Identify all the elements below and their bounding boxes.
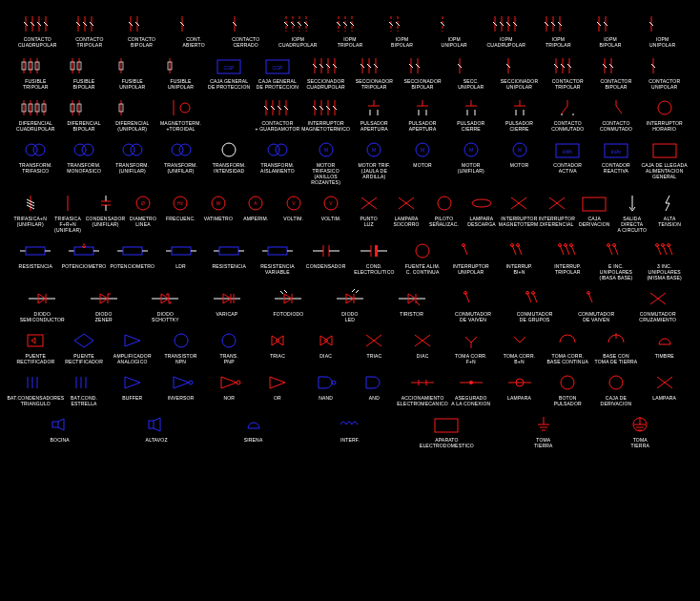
symbol-label: MOTOR (UNIFILAR) [458,162,484,174]
accionamiento-electromecanico-icon [400,372,446,393]
symbol-label: AMPLIFICADOR ANALOGICO [113,353,152,364]
seccionador-tripolar-icon [351,55,398,76]
transistor-npn: TRANSISTOR NPN [156,328,205,366]
caja-derivacion-2: CAJA DE DERIVACION [592,370,641,408]
alta-tension: ALTA TENSION [650,191,688,235]
transform-unifilar-2: TRANSFORM. (UNIFILAR) [156,137,205,187]
transform-unifilar-2-icon [157,139,204,160]
symbol-label: TRANSFORM. MONOFASICO [67,162,101,174]
fusible-unipolar-2: FUSIBLE UNIPOLAR [156,53,205,92]
bat-cond-triangulo: BAT.CONDENSADORES TRIANGULO [11,370,60,408]
svg-point-222 [472,199,491,207]
svg-point-336 [561,376,574,389]
e-inc-unipolares-ibasa-icon [593,240,640,261]
symbol-label: FUSIBLE BIPOLAR [73,78,95,90]
fotodiodo-icon [258,288,319,309]
caja-general-de-proteccion: CGPCAJA GENERAL DE PROTECCION [205,53,254,92]
symbol-label: FUSIBLE UNIPOLAR [168,78,194,90]
svg-text:M: M [517,147,521,153]
motor-unifilar: MMOTOR (UNIFILAR) [446,137,495,187]
symbol-label: INTERRUP. BI+N [505,263,532,275]
contacto-conmutado-2-icon [593,97,640,118]
symbol-label: TIMBRE [655,353,674,359]
piloto-senalizac-icon [426,193,462,214]
condensador-unifilar: CONDENSADOR (UNIFILAR) [87,191,124,235]
sirena: SIRENA [205,412,301,450]
symbol-row: DIODO SEMICONDUCTORDIODO ZENERDIODO SCHO… [11,286,689,324]
contacto-cerrado: CONTACTO CERRADO [219,11,272,50]
interruptor-unipolar-icon [447,240,494,261]
svg-rect-237 [123,247,142,255]
symbol-label: TRIFASICA+N (UNIFILAR) [13,216,47,227]
conmutador-vaiven-2: CONMUTADOR DE VAIVEN [566,286,628,324]
symbol-label: FUSIBLE UNIPOLAR [119,78,145,90]
seccionador-bipolar-icon [400,55,446,76]
puente-rectificador-2: PUENTE RECTIFICADOR [60,328,109,366]
svg-line-258 [463,245,467,255]
iopm-tripolar-2-icon [533,13,584,34]
svg-rect-195 [653,144,676,157]
asegurado-conexion-icon [447,372,494,393]
diametro-linea-icon: Ø [125,193,160,214]
bat-cond-estrella-icon [61,372,108,393]
lampara-2: LAMPARA [640,370,689,408]
interrup-bipole-icon [496,240,543,261]
symbol-label: SECC. UNIPOLAR [458,78,484,90]
symbol-label: IOPM BIPOLAR [391,36,413,48]
symbol-row: RESISTENCIA width="36" height="20" viewB… [11,238,689,282]
iopm-tripolar-icon [325,13,376,34]
svg-point-129 [180,103,190,113]
contacto-conmutado: CONTACTO CONMUTADO [544,95,592,134]
fusible-unipolar-icon [109,55,155,76]
tiristor-icon [381,288,442,309]
symbol-label: 3 INC. UNIPOLARES (MISMA BASE) [641,263,688,280]
symbol-label: IOPM TRIPOLAR [546,36,571,48]
motor: MMOTOR [399,137,447,187]
bat-cond-estrella: BAT.COND. ESTRELLA [60,370,109,408]
svg-text:CGP: CGP [224,65,236,71]
conmutador-grupos: CONMUTADOR DE GRUPOS [504,286,566,324]
symbol-row: CONTACTO CUADRUPOLARCONTACTO TRIPOLARCON… [11,11,689,50]
symbol-label: TOMA CORR. BASE CONTINUA [547,353,588,364]
symbol-label: CONTADOR REACTIVA [602,162,630,174]
diodo-led: DIODO LED [319,286,381,324]
symbol-label: DIFERENCIAL CUADRUPOLAR [16,120,55,132]
symbol-row: TRANSFORM. TRIFASICOTRANSFORM. MONOFASIC… [11,137,689,187]
seccionador-tripolar: SECCIONADOR TRIPOLAR [350,53,399,92]
piloto-senalizac: PILOTO SEÑALIZAC. [425,191,463,235]
pulsador-cierre: PULSADOR CIERRE [446,95,495,134]
symbol-label: CAJA DERIVACION [579,216,610,227]
symbol-label: POTENCIOMETRO [110,263,154,269]
contador-activa-icon: kWh [545,139,591,160]
inversor: INVERSOR [156,370,205,408]
svg-point-337 [609,376,623,389]
caja-general-de-proteccion-icon: CGP [206,55,253,76]
symbol-label: BOTON PULSADOR [554,395,582,406]
symbol-label: VATIMETRO [204,216,233,221]
symbol-label: CONTACTO TRIPOLAR [75,36,103,48]
diodo-zener-icon [74,288,134,309]
motor-trifasico-anillos: MMOTOR TRIFASICO (ANILLOS ROZANTES) [301,137,350,187]
motor-trifasico-jaula: MMOTOR TRIF. (JAULA DE ARDILLA) [350,137,399,187]
seccionador-bipolar: SECCIONADOR BIPOLAR [399,53,447,92]
contacto-conmutado-icon [545,97,591,118]
svg-point-221 [438,197,451,210]
fusible-unipolar: FUSIBLE UNIPOLAR [108,53,156,92]
or: OR [254,370,302,408]
symbol-label: SECCIONADOR CUADRUPOLAR [306,78,345,90]
svg-text:M: M [421,147,424,153]
caja-general-de-proteccion-2: CGPCAJA GENERAL DE PROTECCION [254,53,302,92]
iopm-bipolar-icon [377,13,427,34]
pulsador-apertura: PULSADOR APERTURA [350,95,399,134]
or-icon [255,372,301,393]
caja-llegada-alimentacion: CAJA DE LLEGADA ALIMENTACION GENERAL [640,137,689,187]
svg-text:M: M [372,147,376,153]
vatimetro: WVATIMETRO [199,191,237,235]
transform-intensidad-icon [206,139,253,160]
svg-text:A: A [255,200,258,206]
interruptor-diferencial: INTERRUPTOR DIFERENCIAL [538,191,575,235]
conmutador-cruzamiento-icon [628,288,688,309]
contactor-guardamotor-icon [255,97,301,118]
iopm-unipolar-icon [429,13,480,34]
vatimetro-icon: W [200,193,236,214]
